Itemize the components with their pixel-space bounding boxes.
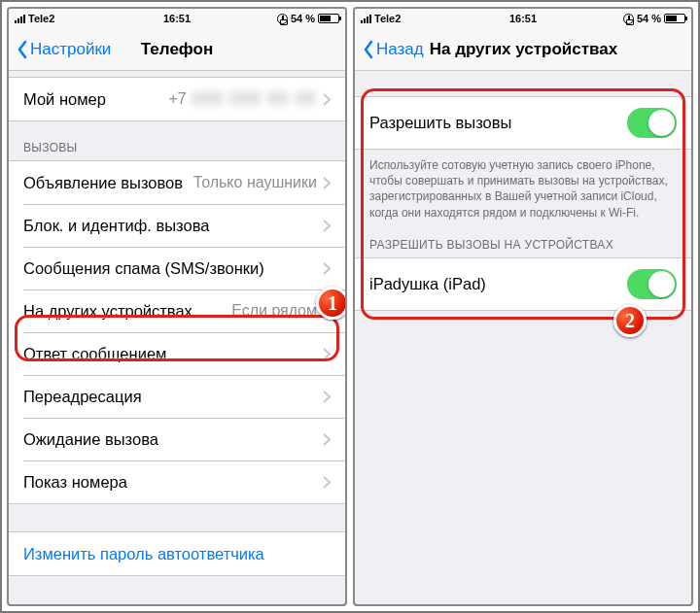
row-call-waiting[interactable]: Ожидание вызова bbox=[9, 418, 345, 460]
row-device-ipad: iPadушка (iPad) bbox=[355, 258, 691, 310]
device-label: iPadушка (iPad) bbox=[369, 275, 627, 293]
chevron-right-icon bbox=[323, 177, 331, 189]
chevron-right-icon bbox=[323, 391, 331, 403]
chevron-right-icon bbox=[323, 476, 331, 489]
battery-icon bbox=[318, 14, 339, 23]
battery-percent: 54 % bbox=[291, 13, 315, 24]
row-block-identify[interactable]: Блок. и идентиф. вызова bbox=[9, 204, 345, 247]
signal-icon bbox=[15, 14, 25, 23]
row-call-forwarding[interactable]: Переадресация bbox=[9, 375, 345, 418]
my-number-label: Мой номер bbox=[23, 90, 168, 109]
back-button[interactable]: Настройки bbox=[17, 40, 111, 59]
nav-bar: Назад На других устройствах bbox=[355, 28, 691, 71]
row-my-number[interactable]: Мой номер +7 000 000 00 00 bbox=[9, 78, 345, 120]
signal-icon bbox=[361, 14, 371, 23]
orientation-lock-icon bbox=[623, 14, 634, 24]
section-header-devices: РАЗРЕШИТЬ ВЫЗОВЫ НА УСТРОЙСТВАХ bbox=[355, 224, 691, 257]
chevron-left-icon bbox=[17, 40, 28, 59]
allow-calls-toggle[interactable] bbox=[627, 108, 677, 138]
phone-other-devices-screen: Tele2 16:51 54 % Назад На других устройс… bbox=[353, 7, 693, 606]
status-bar: Tele2 16:51 54 % bbox=[9, 9, 345, 28]
back-button[interactable]: Назад bbox=[363, 40, 424, 59]
battery-percent: 54 % bbox=[637, 13, 661, 24]
status-bar: Tele2 16:51 54 % bbox=[355, 9, 691, 28]
row-show-caller-id[interactable]: Показ номера bbox=[9, 460, 345, 503]
my-number-masked: 000 000 00 00 bbox=[192, 90, 317, 108]
my-number-value: +7 bbox=[168, 90, 186, 108]
chevron-right-icon bbox=[323, 220, 331, 232]
row-allow-calls: Разрешить вызовы bbox=[355, 97, 691, 149]
device-toggle[interactable] bbox=[627, 269, 677, 299]
allow-calls-label: Разрешить вызовы bbox=[369, 114, 627, 132]
chevron-right-icon bbox=[323, 262, 331, 275]
allow-calls-footer: Используйте сотовую учетную запись своег… bbox=[355, 150, 691, 224]
row-other-devices[interactable]: На других устройствах Если рядом bbox=[9, 289, 345, 332]
orientation-lock-icon bbox=[277, 14, 288, 24]
step-badge-2: 2 bbox=[613, 304, 647, 337]
carrier-label: Tele2 bbox=[374, 13, 401, 24]
carrier-label: Tele2 bbox=[28, 13, 54, 24]
back-label: Назад bbox=[376, 40, 424, 59]
step-badge-1: 1 bbox=[316, 287, 347, 320]
row-spam-messages[interactable]: Сообщения спама (SMS/звонки) bbox=[9, 247, 345, 289]
section-header-calls: ВЫЗОВЫ bbox=[9, 121, 345, 160]
row-reply-with-message[interactable]: Ответ сообщением bbox=[9, 332, 345, 375]
row-call-announce[interactable]: Объявление вызовов Только наушники bbox=[9, 161, 345, 204]
chevron-right-icon bbox=[323, 433, 331, 446]
chevron-left-icon bbox=[363, 40, 374, 59]
battery-icon bbox=[664, 14, 685, 23]
chevron-right-icon bbox=[323, 348, 331, 360]
nav-bar: Настройки Телефон bbox=[9, 28, 345, 71]
phone-settings-screen: Tele2 16:51 54 % Настройки Телефон Мой н… bbox=[7, 7, 347, 606]
chevron-right-icon bbox=[323, 93, 331, 106]
row-change-voicemail-password[interactable]: Изменить пароль автоответчика bbox=[9, 532, 345, 575]
back-label: Настройки bbox=[30, 40, 111, 59]
nav-title: На других устройствах bbox=[430, 40, 683, 59]
